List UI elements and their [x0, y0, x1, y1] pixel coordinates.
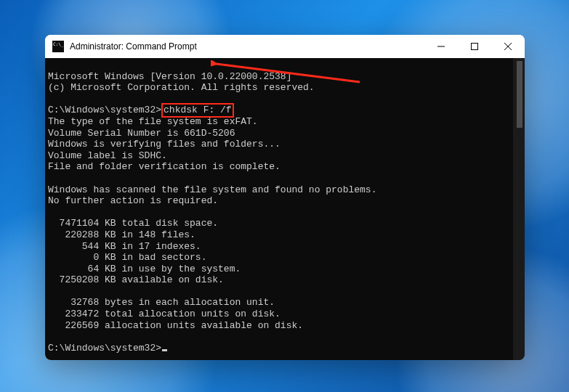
- terminal-line: [48, 173, 54, 184]
- cmd-icon: [52, 41, 64, 52]
- terminal-cursor: [162, 349, 167, 351]
- terminal-line: 7471104 KB total disk space.: [48, 218, 218, 229]
- terminal-line: 64 KB in use by the system.: [48, 264, 241, 274]
- terminal-line: 0 KB in bad sectors.: [48, 252, 206, 263]
- terminal-line: No further action is required.: [48, 195, 218, 206]
- terminal-line: (c) Microsoft Corporation. All rights re…: [48, 82, 315, 93]
- close-button[interactable]: [491, 35, 525, 58]
- terminal-line: Microsoft Windows [Version 10.0.22000.25…: [48, 71, 291, 82]
- terminal-line: The type of the file system is exFAT.: [48, 116, 258, 127]
- terminal-line: Windows has scanned the file system and …: [48, 184, 376, 195]
- terminal-output[interactable]: Microsoft Windows [Version 10.0.22000.25…: [45, 58, 525, 360]
- terminal-line: 226569 allocation units available on dis…: [48, 320, 303, 331]
- terminal-prompt-line: C:\Windows\system32>: [48, 343, 167, 354]
- svg-rect-1: [472, 44, 478, 50]
- terminal-line: Volume label is SDHC.: [48, 150, 167, 161]
- prompt-path: C:\Windows\system32>: [48, 343, 161, 354]
- maximize-button[interactable]: [458, 35, 491, 58]
- minimize-button[interactable]: [424, 35, 458, 58]
- terminal-prompt-line: C:\Windows\system32>chkdsk F: /f: [48, 105, 234, 115]
- titlebar[interactable]: Administrator: Command Prompt: [45, 35, 525, 58]
- terminal-line: 220288 KB in 148 files.: [48, 229, 195, 240]
- scrollbar-thumb[interactable]: [517, 61, 522, 128]
- terminal-line: File and folder verification is complete…: [48, 161, 281, 172]
- terminal-line: 544 KB in 17 indexes.: [48, 241, 201, 252]
- terminal-line: [48, 94, 54, 105]
- terminal-line: 32768 bytes in each allocation unit.: [48, 297, 275, 308]
- terminal-line: Volume Serial Number is 661D-5206: [48, 128, 235, 139]
- command-prompt-window: Administrator: Command Prompt Microsoft …: [45, 35, 525, 360]
- terminal-line: 7250208 KB available on disk.: [48, 274, 224, 285]
- terminal-line: [48, 286, 54, 297]
- terminal-line: 233472 total allocation units on disk.: [48, 309, 281, 319]
- prompt-path: C:\Windows\system32>: [48, 105, 161, 115]
- terminal-line: Windows is verifying files and folders..…: [48, 139, 281, 150]
- window-title: Administrator: Command Prompt: [70, 41, 424, 52]
- terminal-line: [48, 331, 54, 342]
- terminal-line: [48, 207, 54, 218]
- vertical-scrollbar[interactable]: [513, 58, 525, 360]
